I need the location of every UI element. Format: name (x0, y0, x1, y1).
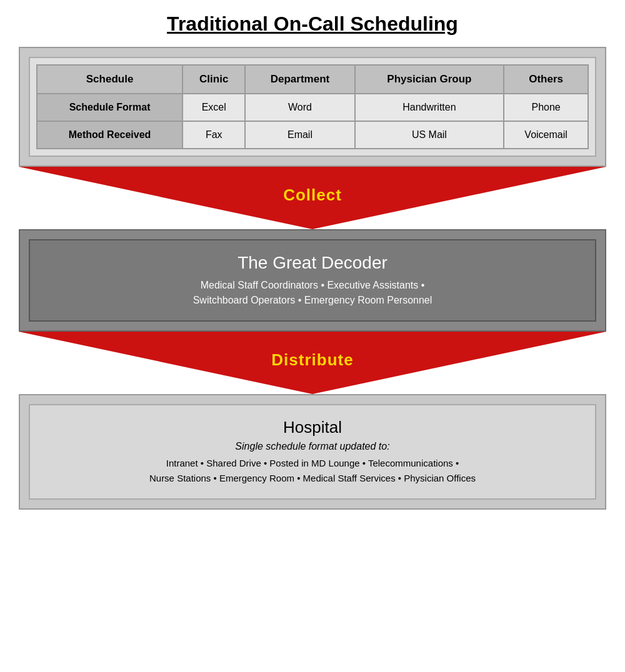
hospital-section: Hospital Single schedule format updated … (19, 394, 606, 510)
cell-handwritten: Handwritten (355, 94, 504, 121)
distribute-label: Distribute (271, 350, 353, 376)
table-section: Schedule Clinic Department Physician Gro… (19, 47, 606, 167)
hospital-detail-line1: Intranet • Shared Drive • Posted in MD L… (166, 458, 459, 468)
cell-email: Email (245, 121, 354, 149)
hospital-detail-line2: Nurse Stations • Emergency Room • Medica… (149, 473, 476, 483)
decoder-subtitle-line1: Medical Staff Coordinators • Executive A… (201, 280, 425, 290)
row-header-schedule-format: Schedule Format (37, 94, 182, 121)
decoder-title: The Great Decoder (49, 253, 576, 273)
col-physician-group: Physician Group (355, 65, 504, 94)
row-header-method-received: Method Received (37, 121, 182, 149)
hospital-subtitle: Single schedule format updated to: (49, 441, 576, 452)
hospital-title: Hospital (49, 418, 576, 437)
decoder-inner: The Great Decoder Medical Staff Coordina… (29, 239, 596, 322)
distribute-arrow: Distribute (19, 332, 606, 394)
cell-word: Word (245, 94, 354, 121)
table-row: Schedule Format Excel Word Handwritten P… (37, 94, 588, 121)
table-row: Method Received Fax Email US Mail Voicem… (37, 121, 588, 149)
cell-excel: Excel (182, 94, 245, 121)
cell-fax: Fax (182, 121, 245, 149)
schedule-table: Schedule Clinic Department Physician Gro… (36, 64, 589, 149)
collect-arrow: Collect (19, 167, 606, 229)
col-department: Department (245, 65, 354, 94)
cell-us-mail: US Mail (355, 121, 504, 149)
hospital-detail: Intranet • Shared Drive • Posted in MD L… (49, 456, 576, 486)
cell-phone: Phone (504, 94, 588, 121)
decoder-subtitle-line2: Switchboard Operators • Emergency Room P… (193, 295, 432, 305)
decoder-section: The Great Decoder Medical Staff Coordina… (19, 229, 606, 332)
col-clinic: Clinic (182, 65, 245, 94)
col-others: Others (504, 65, 588, 94)
col-schedule: Schedule (37, 65, 182, 94)
hospital-inner: Hospital Single schedule format updated … (29, 404, 596, 500)
page-title: Traditional On-Call Scheduling (167, 12, 458, 36)
cell-voicemail: Voicemail (504, 121, 588, 149)
table-header-row: Schedule Clinic Department Physician Gro… (37, 65, 588, 94)
table-inner: Schedule Clinic Department Physician Gro… (29, 57, 596, 157)
collect-label: Collect (283, 185, 342, 211)
decoder-subtitle: Medical Staff Coordinators • Executive A… (49, 278, 576, 308)
